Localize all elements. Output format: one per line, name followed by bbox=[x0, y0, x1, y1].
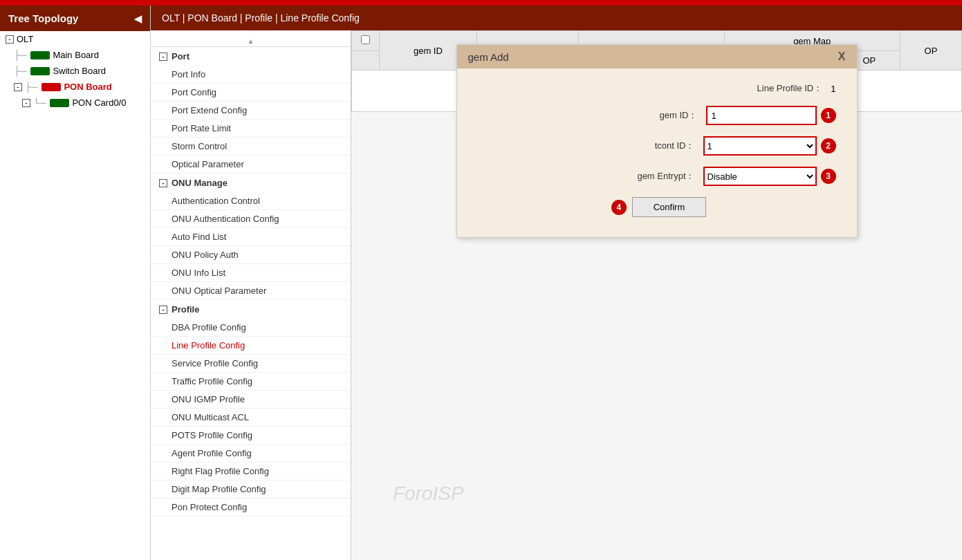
nav-section-profile[interactable]: - Profile bbox=[151, 300, 351, 319]
modal-overlay: gem Add X Line Profile ID： 1 gem ID bbox=[351, 30, 962, 560]
device-icon-ponboard bbox=[41, 83, 61, 91]
tree-expand-olt[interactable]: - bbox=[6, 35, 14, 44]
tree-item-mainboard[interactable]: ├─ Main Board bbox=[0, 47, 150, 63]
confirm-row: 4 Confirm bbox=[478, 197, 836, 217]
label-gem-id: gem ID： bbox=[660, 109, 698, 122]
nav-item-auto-find-list[interactable]: Auto Find List bbox=[151, 228, 351, 246]
nav-item-traffic-profile[interactable]: Traffic Profile Config bbox=[151, 373, 351, 391]
nav-section-label-port: Port bbox=[172, 51, 189, 62]
form-row-line-profile-id: Line Profile ID： 1 bbox=[478, 82, 836, 95]
nav-item-agent-profile[interactable]: Agent Profile Config bbox=[151, 445, 351, 463]
tree-connector: ├─ bbox=[14, 50, 26, 60]
tree-label-mainboard: Main Board bbox=[53, 50, 98, 60]
main-content: ▲ - Port Port Info Port Config Port Exte… bbox=[151, 30, 962, 560]
nav-item-right-flag-profile[interactable]: Right Flag Profile Config bbox=[151, 463, 351, 480]
form-row-tcont-id: tcont ID： 1 2 bbox=[478, 136, 836, 156]
nav-item-onu-optical-param[interactable]: ONU Optical Parameter bbox=[151, 282, 351, 300]
tree-label-poncard: PON Card0/0 bbox=[72, 97, 126, 108]
content-area: OLT | PON Board | Profile | Line Profile… bbox=[151, 6, 962, 560]
nav-item-service-profile[interactable]: Service Profile Config bbox=[151, 355, 351, 373]
nav-item-optical-parameter[interactable]: Optical Parameter bbox=[151, 156, 351, 174]
label-tcont-id: tcont ID： bbox=[655, 140, 695, 152]
value-line-profile-id: 1 bbox=[831, 84, 835, 94]
tree-connector: ├─ bbox=[25, 82, 37, 92]
nav-section-label-profile: Profile bbox=[172, 304, 199, 315]
tree-item-poncard[interactable]: - └─ PON Card0/0 bbox=[0, 95, 150, 111]
nav-section-port[interactable]: - Port bbox=[151, 47, 351, 66]
tree-label-switchboard: Switch Board bbox=[53, 66, 106, 76]
tree-connector: └─ bbox=[33, 97, 46, 108]
nav-item-pon-protect-config[interactable]: Pon Protect Config bbox=[151, 498, 351, 516]
sidebar-title: Tree Topology bbox=[8, 12, 78, 24]
nav-item-auth-control[interactable]: Authentication Control bbox=[151, 192, 351, 210]
nav-item-storm-control[interactable]: Storm Control bbox=[151, 138, 351, 156]
step-badge-2: 2 bbox=[821, 138, 836, 153]
nav-item-onu-auth-config[interactable]: ONU Authentication Config bbox=[151, 210, 351, 228]
breadcrumb: OLT | PON Board | Profile | Line Profile… bbox=[151, 6, 962, 30]
select-gem-encrypt[interactable]: Disable Enable bbox=[703, 167, 817, 186]
step-badge-4: 4 bbox=[611, 200, 627, 215]
tree-label-ponboard: PON Board bbox=[64, 82, 111, 92]
sidebar-header[interactable]: Tree Topology ◀ bbox=[0, 6, 150, 31]
step-badge-3: 3 bbox=[821, 169, 836, 184]
nav-item-port-rate-limit[interactable]: Port Rate Limit bbox=[151, 120, 351, 138]
nav-item-port-extend-config[interactable]: Port Extend Config bbox=[151, 102, 351, 120]
nav-item-onu-policy-auth[interactable]: ONU Policy Auth bbox=[151, 246, 351, 264]
input-gem-id[interactable] bbox=[706, 106, 817, 125]
section-expand-port[interactable]: - bbox=[159, 53, 167, 61]
step-badge-1: 1 bbox=[821, 108, 836, 123]
form-row-gem-encrypt: gem Entrypt： Disable Enable 3 bbox=[478, 167, 836, 186]
form-row-gem-id: gem ID： 1 bbox=[478, 106, 836, 125]
scroll-indicator: ▲ bbox=[151, 36, 351, 47]
gem-add-modal: gem Add X Line Profile ID： 1 gem ID bbox=[456, 44, 858, 238]
modal-header: gem Add X bbox=[457, 45, 857, 68]
nav-item-digit-map-profile[interactable]: Digit Map Profile Config bbox=[151, 480, 351, 498]
nav-panel: ▲ - Port Port Info Port Config Port Exte… bbox=[151, 30, 351, 560]
modal-close-button[interactable]: X bbox=[838, 50, 846, 63]
nav-item-onu-igmp-profile[interactable]: ONU IGMP Profile bbox=[151, 391, 351, 409]
confirm-button[interactable]: Confirm bbox=[632, 197, 707, 217]
section-expand-onu-manage[interactable]: - bbox=[159, 179, 167, 187]
label-gem-encrypt: gem Entrypt： bbox=[637, 170, 694, 183]
nav-item-dba-profile[interactable]: DBA Profile Config bbox=[151, 319, 351, 337]
select-tcont-id[interactable]: 1 bbox=[703, 136, 817, 156]
label-line-profile-id: Line Profile ID： bbox=[757, 82, 823, 95]
tree-expand-ponboard[interactable]: - bbox=[14, 83, 22, 91]
device-icon-poncard bbox=[50, 99, 69, 107]
nav-item-port-info[interactable]: Port Info bbox=[151, 66, 351, 84]
nav-item-onu-multicast-acl[interactable]: ONU Multicast ACL bbox=[151, 409, 351, 427]
modal-body: Line Profile ID： 1 gem ID： 1 bbox=[457, 68, 857, 231]
sidebar-toggle-icon[interactable]: ◀ bbox=[134, 13, 142, 24]
device-icon-switchboard bbox=[30, 67, 50, 75]
sidebar: Tree Topology ◀ - OLT ├─ Main Board ├─ S… bbox=[0, 6, 151, 560]
nav-item-port-config[interactable]: Port Config bbox=[151, 84, 351, 102]
right-panel: gem ID tcont ID gem Encrypt gem Map OP N… bbox=[351, 30, 962, 560]
nav-item-line-profile[interactable]: Line Profile Config bbox=[151, 337, 351, 355]
nav-item-onu-info-list[interactable]: ONU Info List bbox=[151, 264, 351, 282]
modal-title: gem Add bbox=[468, 51, 509, 63]
tree-expand-poncard[interactable]: - bbox=[22, 99, 30, 107]
section-expand-profile[interactable]: - bbox=[159, 306, 167, 314]
tree-label-olt: OLT bbox=[17, 34, 33, 44]
tree-item-olt[interactable]: - OLT bbox=[0, 31, 150, 47]
tree-item-ponboard[interactable]: - ├─ PON Board bbox=[0, 79, 150, 95]
nav-section-onu-manage[interactable]: - ONU Manage bbox=[151, 174, 351, 192]
tree-item-switchboard[interactable]: ├─ Switch Board bbox=[0, 63, 150, 79]
nav-item-pots-profile[interactable]: POTS Profile Config bbox=[151, 427, 351, 445]
nav-section-label-onu-manage: ONU Manage bbox=[172, 178, 228, 188]
device-icon-mainboard bbox=[30, 51, 50, 59]
tree-connector: ├─ bbox=[14, 66, 26, 76]
